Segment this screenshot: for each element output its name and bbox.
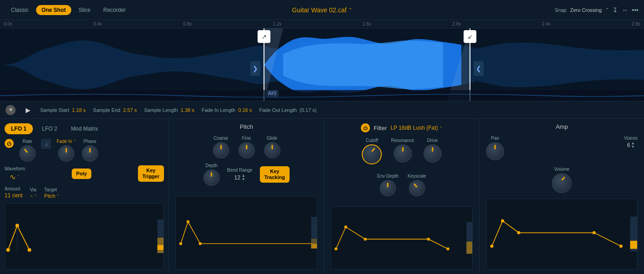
drive-knob[interactable] bbox=[423, 144, 442, 163]
target-group: Target Pitch ⌃ bbox=[44, 187, 59, 199]
mode-tab-oneshot[interactable]: One Shot bbox=[36, 5, 71, 15]
pan-group: Pan bbox=[486, 136, 504, 160]
via-select[interactable]: − ⌃ bbox=[30, 193, 37, 199]
transport-bar: ✕ ▶ Sample Start 1.18 s Sample End 2.57 … bbox=[0, 101, 644, 119]
waveform-group: Waveform ∿ ⌃ bbox=[5, 166, 25, 181]
timeline-mark-5: 2.0s bbox=[452, 21, 461, 26]
svg-point-33 bbox=[517, 231, 520, 234]
svg-point-10 bbox=[16, 224, 19, 227]
end-marker-handle[interactable]: ↙ bbox=[464, 30, 476, 43]
fade-out-group: Fade Out Length (0.17 s) bbox=[259, 107, 317, 113]
lfo-env-graph bbox=[5, 203, 164, 269]
resonance-knob[interactable] bbox=[394, 144, 412, 163]
mode-tab-recorder[interactable]: Recorder bbox=[98, 5, 131, 15]
svg-point-17 bbox=[186, 220, 189, 223]
more-icon[interactable]: ••• bbox=[632, 6, 639, 14]
lfo-tabs: LFO 1 LFO 2 Mod Matrix bbox=[5, 123, 164, 134]
depth-group: Depth bbox=[203, 163, 220, 186]
amp-row1: Pan Voices 6 ▲ ▼ bbox=[486, 136, 638, 160]
rate-label: Rate bbox=[22, 139, 32, 144]
snap-value[interactable]: Zero Crossing bbox=[570, 7, 602, 13]
key-tracking-group: Key Tracking bbox=[260, 166, 290, 183]
fade-in-value: 0.16 s bbox=[238, 107, 252, 113]
sample-end-label: Sample End bbox=[93, 107, 121, 113]
depth-label: Depth bbox=[206, 163, 218, 168]
coarse-knob[interactable] bbox=[213, 142, 229, 158]
music-note-icon[interactable]: ♩ bbox=[41, 139, 51, 149]
voices-group: Voices 6 ▲ ▼ bbox=[624, 136, 638, 149]
key-tracking-button[interactable]: Key Tracking bbox=[260, 166, 290, 183]
target-select[interactable]: Pitch ⌃ bbox=[44, 193, 59, 199]
target-label: Target bbox=[44, 187, 59, 192]
lfo2-tab[interactable]: LFO 2 bbox=[36, 123, 63, 134]
mod-matrix-tab[interactable]: Mod Matrix bbox=[66, 123, 102, 134]
lfo-power-button[interactable]: ⏻ bbox=[5, 139, 14, 148]
fine-knob[interactable] bbox=[238, 142, 255, 158]
keyscale-label: Keyscale bbox=[408, 174, 427, 179]
cutoff-knob[interactable] bbox=[362, 144, 382, 164]
mode-tab-classic[interactable]: Classic bbox=[5, 5, 34, 15]
pitch-env-graph bbox=[175, 196, 317, 269]
timeline-markers: 0.0s 0.4s 0.8s 1.2s 1.6s 2.0s 2.4s 2.8s bbox=[4, 21, 640, 26]
arrows-h-icon[interactable]: ↔ bbox=[622, 6, 628, 14]
rate-knob[interactable] bbox=[19, 145, 36, 162]
timeline-mark-7: 2.8s bbox=[632, 21, 640, 26]
sample-end-value: 2.57 s bbox=[123, 107, 137, 113]
svg-rect-21 bbox=[311, 243, 317, 248]
volume-knob[interactable] bbox=[552, 173, 572, 193]
keyscale-group: Keyscale bbox=[408, 174, 427, 196]
fade-in-label: Fade In Length bbox=[201, 107, 235, 113]
filter-header: ⏻ Filter LP 18dB Lush (Fat) ⌃ bbox=[331, 123, 473, 132]
sample-start-label: Sample Start bbox=[40, 107, 69, 113]
bend-range-down[interactable]: ▼ bbox=[242, 178, 245, 181]
align-down-icon[interactable]: ↧ bbox=[612, 6, 618, 14]
pan-knob[interactable] bbox=[486, 142, 504, 160]
poly-button[interactable]: Poly bbox=[72, 169, 91, 179]
voices-down[interactable]: ▼ bbox=[631, 145, 635, 149]
svg-point-31 bbox=[490, 244, 493, 248]
amount-value: 11 cent bbox=[5, 192, 22, 199]
play-button[interactable]: ▶ bbox=[23, 105, 33, 115]
pan-label: Pan bbox=[491, 136, 499, 141]
pitch-title: Pitch bbox=[175, 123, 317, 130]
waveform-nav-right[interactable]: ❮ bbox=[474, 61, 484, 76]
lfo1-tab[interactable]: LFO 1 bbox=[5, 123, 33, 134]
cutoff-label: Cutoff bbox=[366, 138, 378, 143]
keyscale-knob[interactable] bbox=[409, 180, 425, 196]
timeline-mark-4: 1.6s bbox=[363, 21, 371, 26]
amount-label: Amount bbox=[5, 186, 22, 191]
timeline-mark-6: 2.4s bbox=[542, 21, 551, 26]
fadein-knob[interactable] bbox=[58, 145, 74, 162]
file-title[interactable]: Guitar Wave 02.caf ⌃ bbox=[292, 6, 352, 14]
bend-range-value: 12 bbox=[234, 174, 240, 181]
env-depth-knob[interactable] bbox=[380, 180, 396, 196]
amp-title: Amp bbox=[486, 123, 638, 130]
waveform-nav-left[interactable]: ❯ bbox=[250, 61, 260, 76]
resonance-label: Resonance bbox=[391, 138, 414, 143]
sample-end-group: Sample End 2.57 s bbox=[93, 107, 137, 113]
phase-knob[interactable] bbox=[82, 145, 98, 162]
cutoff-group: Cutoff bbox=[362, 138, 382, 164]
depth-knob[interactable] bbox=[203, 169, 220, 186]
voices-value: 6 ▲ ▼ bbox=[627, 142, 635, 149]
coarse-label: Coarse bbox=[213, 136, 228, 141]
svg-point-24 bbox=[344, 226, 347, 228]
svg-point-35 bbox=[619, 244, 623, 248]
coarse-group: Coarse bbox=[213, 136, 229, 158]
waveform-canvas[interactable]: ↗ ↙ ❯ ❮ A#3 bbox=[0, 28, 644, 101]
timeline-mark-0: 0.0s bbox=[4, 21, 12, 26]
start-marker-handle[interactable]: ↗ bbox=[258, 30, 270, 43]
filter-knobs-row1: Cutoff Resonance Drive bbox=[331, 138, 473, 164]
filter-type-select[interactable]: LP 18dB Lush (Fat) ⌃ bbox=[391, 125, 443, 131]
svg-rect-22 bbox=[331, 222, 472, 253]
pitch-row2: Depth Bend Range 12 ▲ ▼ Key Tracking bbox=[175, 163, 317, 186]
glide-knob[interactable] bbox=[264, 142, 280, 158]
svg-point-26 bbox=[427, 237, 430, 240]
lfo-row3: Amount 11 cent Via − ⌃ Target Pitch ⌃ bbox=[5, 186, 164, 199]
stop-button[interactable]: ✕ bbox=[5, 105, 16, 115]
filter-power-button[interactable]: ⏻ bbox=[361, 123, 370, 132]
key-trigger-button[interactable]: Key Trigger bbox=[138, 165, 164, 182]
amp-panel: Amp Pan Voices 6 ▲ ▼ Volume bbox=[480, 119, 644, 274]
mode-tab-slice[interactable]: Slice bbox=[73, 5, 96, 15]
bottom-section: LFO 1 LFO 2 Mod Matrix ⏻ Rate ♩ Fade In … bbox=[0, 119, 644, 274]
